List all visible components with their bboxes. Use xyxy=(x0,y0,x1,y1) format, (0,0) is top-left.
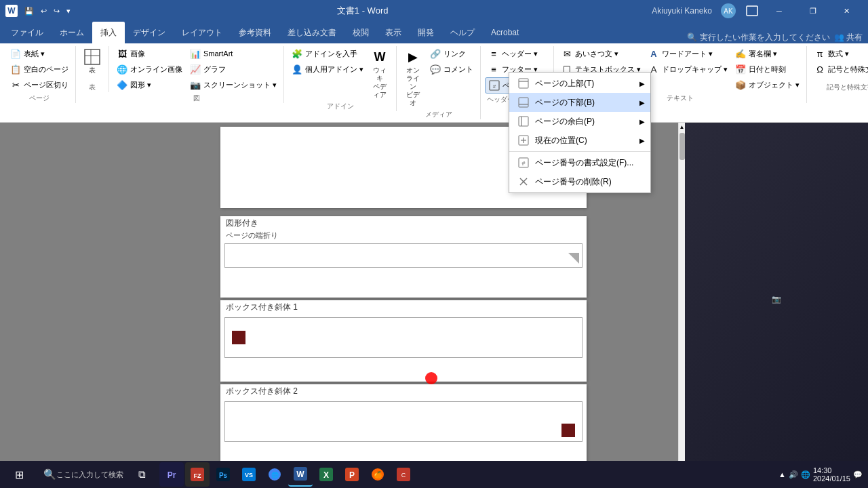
menu-page-bottom[interactable]: ページの下部(B) ▶ xyxy=(509,93,650,112)
svg-text:#: # xyxy=(493,83,496,89)
menu-page-margin[interactable]: ページの余白(P) ▶ xyxy=(509,112,650,131)
equation-btn[interactable]: π 数式▾ xyxy=(811,46,868,61)
tab-review[interactable]: 校閲 xyxy=(344,22,377,43)
online-video-btn[interactable]: ▶ オンラインビデオ xyxy=(401,46,425,108)
search-taskbar-btn[interactable]: 🔍 ここに入力して検索 xyxy=(37,461,130,488)
wikipedia-btn[interactable]: W ウィキペディア xyxy=(368,46,392,100)
svg-text:🌐: 🌐 xyxy=(271,471,279,479)
start-btn[interactable]: ⊞ xyxy=(3,461,35,488)
cover-page-icon: 📄 xyxy=(9,47,22,60)
menu-remove-page-number[interactable]: ページ番号の削除(R) xyxy=(509,172,650,191)
tab-file[interactable]: ファイル xyxy=(3,22,52,43)
tab-dev[interactable]: 開発 xyxy=(410,22,442,43)
svg-marker-10 xyxy=(568,253,579,264)
link-btn[interactable]: 🔗 リンク xyxy=(427,46,476,61)
taskbar-app-browser[interactable]: 🌐 xyxy=(262,462,287,487)
page-margin-icon xyxy=(517,115,530,127)
taskbar-app-word[interactable]: W xyxy=(288,462,313,487)
dropcap-btn[interactable]: A ドロップキャップ▾ xyxy=(645,62,730,77)
taskbar-app-orange[interactable]: 🍊 xyxy=(366,462,390,487)
online-image-icon: 🌐 xyxy=(116,63,128,75)
page-number-icon: # xyxy=(488,79,500,92)
tab-layout[interactable]: レイアウト xyxy=(174,22,231,43)
menu-current-position[interactable]: 現在の位置(C) ▶ xyxy=(509,131,650,150)
share-btn[interactable]: 👥 共有 xyxy=(834,32,863,43)
datetime-btn[interactable]: 📅 日付と時刻 xyxy=(732,62,802,77)
signature-btn[interactable]: ✍ 署名欄▾ xyxy=(732,46,802,61)
section-box2-preview xyxy=(224,401,583,442)
restore-btn[interactable]: ❐ xyxy=(797,0,829,22)
chart-btn[interactable]: 📈 グラフ xyxy=(186,62,279,77)
page-break-btn[interactable]: ✂ ページ区切り xyxy=(7,77,71,92)
svg-text:P: P xyxy=(349,470,355,480)
tab-references[interactable]: 参考資料 xyxy=(231,22,279,43)
taskbar-app-vscode[interactable]: VS xyxy=(237,462,261,487)
task-view-btn[interactable]: ⧉ xyxy=(132,461,153,488)
screenshot-icon: 📷 xyxy=(189,79,201,91)
tab-view[interactable]: 表示 xyxy=(377,22,410,43)
undo-qat-btn[interactable]: ↩ xyxy=(38,5,50,17)
search-ribbon-btn[interactable]: 🔍 実行したい作業を入力してください xyxy=(687,32,829,43)
header-btn[interactable]: ≡ ヘッダー▾ xyxy=(485,46,549,61)
svg-text:Pr: Pr xyxy=(167,470,176,480)
tab-design[interactable]: デザイン xyxy=(125,22,174,43)
taskbar-app-photoshop[interactable]: Ps xyxy=(211,462,235,487)
svg-rect-2 xyxy=(747,6,757,16)
minimize-btn[interactable]: ─ xyxy=(764,0,795,22)
tab-home[interactable]: ホーム xyxy=(52,22,92,43)
blank-page-btn[interactable]: 📋 空白のページ xyxy=(7,62,71,77)
close-btn[interactable]: ✕ xyxy=(831,0,863,22)
svg-rect-19 xyxy=(519,117,528,126)
personal-addins-btn[interactable]: 👤 個人用アドイン▾ xyxy=(288,62,366,77)
cover-page-btn[interactable]: 📄 表紙▾ xyxy=(7,46,71,61)
online-image-btn[interactable]: 🌐 オンライン画像 xyxy=(113,62,185,77)
screenshot-btn[interactable]: 📷 スクリーンショット▾ xyxy=(186,77,279,92)
menu-page-top[interactable]: ページの上部(T) ▶ xyxy=(509,74,650,93)
tab-acrobat[interactable]: Acrobat xyxy=(483,22,527,43)
tab-help[interactable]: ヘルプ xyxy=(442,22,483,43)
taskbar-app-excel[interactable]: X xyxy=(314,462,338,487)
title-bar-right: Akiuyuki Kaneko AK ─ ❐ ✕ xyxy=(652,0,863,22)
taskbar-app-red[interactable]: C xyxy=(391,462,416,487)
equation-label: 数式 xyxy=(828,49,843,59)
speaker-icon[interactable]: 🔊 xyxy=(789,470,798,479)
image-btn[interactable]: 🖼 画像 xyxy=(113,46,185,61)
ribbon-group-table: 表 表 xyxy=(76,46,109,92)
datetime-label: 日付と時刻 xyxy=(749,64,786,75)
tab-insert[interactable]: 挿入 xyxy=(92,22,125,43)
box1-number-box xyxy=(232,331,245,344)
header-icon: ≡ xyxy=(488,47,500,60)
system-tray: ▲ 🔊 🌐 14:302024/01/15 💬 xyxy=(778,466,865,483)
taskbar-app-filezilla[interactable]: FZ xyxy=(185,462,210,487)
notification-btn[interactable]: 💬 xyxy=(853,470,863,479)
wordart-icon: A xyxy=(648,47,660,60)
restore-down-icon xyxy=(745,3,761,19)
table-btn[interactable]: 表 xyxy=(80,46,104,76)
qat-more-btn[interactable]: ▾ xyxy=(64,5,73,17)
ribbon-group-symbols: π 数式▾ Ω 記号と特殊文字▾ 記号と特殊文字 xyxy=(807,46,868,92)
current-position-arrow: ▶ xyxy=(639,137,645,144)
page-top-arrow: ▶ xyxy=(639,80,645,87)
menu-format-page-number[interactable]: # ページ番号の書式設定(F)... xyxy=(509,153,650,172)
vertical-scrollbar[interactable]: ▲ ▼ xyxy=(678,123,685,475)
symbol-btn[interactable]: Ω 記号と特殊文字▾ xyxy=(811,62,868,77)
shape-icon: 🔷 xyxy=(116,79,128,91)
shape-btn[interactable]: 🔷 図形▾ xyxy=(113,77,185,92)
object-btn[interactable]: 📦 オブジェクト▾ xyxy=(732,77,802,92)
get-addins-icon: 🧩 xyxy=(291,47,303,60)
taskbar-app-powerpoint[interactable]: P xyxy=(340,462,364,487)
user-avatar: AK xyxy=(720,3,736,19)
network-icon[interactable]: 🌐 xyxy=(801,470,810,479)
save-qat-btn[interactable]: 💾 xyxy=(22,5,37,17)
get-addins-btn[interactable]: 🧩 アドインを入手 xyxy=(288,46,366,61)
taskbar-app-premiere[interactable]: Pr xyxy=(159,462,184,487)
menu-remove-page-number-label: ページ番号の削除(R) xyxy=(535,176,612,188)
screenshot-label: スクリーンショット xyxy=(203,80,271,90)
comment-btn[interactable]: 💬 コメント xyxy=(427,62,476,77)
wordart-btn[interactable]: A ワードアート▾ xyxy=(645,46,730,61)
tab-mailings[interactable]: 差し込み文書 xyxy=(279,22,344,43)
redo-qat-btn[interactable]: ↪ xyxy=(51,5,62,17)
scroll-thumb[interactable] xyxy=(679,133,685,160)
smartart-btn[interactable]: 📊 SmartArt xyxy=(186,46,279,61)
greeting-btn[interactable]: ✉ あいさつ文▾ xyxy=(558,46,644,61)
